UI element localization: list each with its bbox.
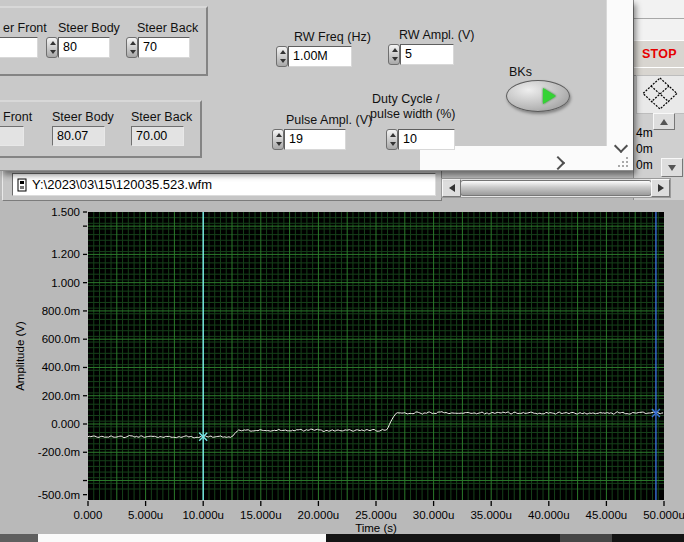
waveform-graph[interactable]: 1.5001.2001.000800.0m600.0m400.0m200.0m0… [0,200,684,534]
svg-text:0.000: 0.000 [74,509,103,521]
svg-text:1.200: 1.200 [51,248,80,260]
bottom-edge-segment [0,534,38,542]
down-arrow-icon [668,165,676,171]
bottom-edge-segment [326,534,684,542]
svg-text:Time (s): Time (s) [355,522,397,534]
resize-grip-icon[interactable] [618,165,620,167]
steer-body-label: Steer Body [58,21,120,36]
front-actual-label: Front [3,110,32,125]
steer-back-label: Steer Back [137,21,198,36]
svg-text:5.000u: 5.000u [128,509,163,521]
svg-text:30.000u: 30.000u [413,509,455,521]
green-led-icon [543,88,556,104]
steer-body-actual-label: Steer Body [52,110,114,125]
steer-body-spinner[interactable] [46,37,58,58]
up-arrow-icon [660,119,668,125]
stop-button-label: STOP [642,47,677,61]
cursor-mover-icon [637,76,683,111]
scroll-right-button[interactable] [651,179,670,197]
svg-text:50.000u: 50.000u [643,509,684,521]
left-arrow-icon [449,184,455,192]
scroll-down-button[interactable] [661,158,683,177]
steer-back-actual-indicator: 70.00 [131,126,184,146]
wfm-path-control: Y:\2023\03\15\120035.523.wfm [2,169,442,201]
partial-axis-label: 4m [636,126,662,140]
rw-ampl-spinner[interactable] [388,44,400,65]
steer-back-field[interactable]: 70 [138,37,190,58]
wfm-path-text: Y:\2023\03\15\120035.523.wfm [32,177,212,192]
bottom-edge-segment [38,534,326,542]
duty-cycle-label-line1: Duty Cycle / [372,92,439,107]
svg-text:600.0m: 600.0m [42,333,80,345]
svg-text:15.000u: 15.000u [240,509,282,521]
rw-freq-spinner[interactable] [276,46,288,67]
steer-back-actual-label: Steer Back [131,110,192,125]
svg-text:0.000: 0.000 [51,418,80,430]
control-panel-overlay: er Front Steer Body 80 Steer Back 70 Fro… [0,0,633,171]
rw-ampl-label: RW Ampl. (V) [399,28,474,43]
svg-text:-200.0m: -200.0m [38,446,80,458]
svg-text:40.000u: 40.000u [528,509,570,521]
wfm-path-field[interactable]: Y:\2023\03\15\120035.523.wfm [12,173,436,196]
divider [634,18,684,19]
svg-text:20.000u: 20.000u [298,509,340,521]
bks-toggle-button[interactable] [506,80,570,112]
bottom-edge-segment [560,534,612,542]
rw-ampl-field[interactable]: 5 [400,44,454,65]
svg-text:1.000: 1.000 [51,277,80,289]
pulse-ampl-label: Pulse Ampl. (V) [286,113,372,128]
svg-text:10.000u: 10.000u [182,509,224,521]
duty-cycle-spinner[interactable] [386,129,398,150]
svg-text:800.0m: 800.0m [42,305,80,317]
partial-axis-label: 0m [636,142,662,156]
path-icon [17,178,28,192]
right-window-edge: STOP 4m 0m 0m [633,0,684,200]
svg-text:1.500: 1.500 [51,206,80,218]
steer-body-actual-indicator: 80.07 [52,126,105,146]
rw-freq-label: RW Freq (Hz) [294,30,371,45]
svg-text:25.000u: 25.000u [355,509,397,521]
svg-text:Amplitude (V): Amplitude (V) [14,321,26,391]
partial-axis-label: 0m [636,158,662,172]
steer-body-field[interactable]: 80 [58,37,110,58]
bks-label: BKs [509,65,532,80]
right-arrow-icon [658,184,664,192]
svg-text:35.000u: 35.000u [470,509,512,521]
steer-front-field[interactable] [0,37,38,58]
graph-palette-button[interactable] [636,75,684,114]
window-corner [634,0,684,40]
steer-front-label: er Front [3,21,47,36]
svg-text:400.0m: 400.0m [42,361,80,373]
front-actual-indicator: 3 [0,126,24,146]
pulse-ampl-spinner[interactable] [272,129,284,150]
svg-text:-500.0m: -500.0m [38,489,80,501]
scrollbar-thumb[interactable] [460,180,652,196]
steer-back-spinner[interactable] [126,37,138,58]
duty-cycle-label-line2: pulse width (%) [370,107,455,122]
svg-text:45.000u: 45.000u [586,509,628,521]
duty-cycle-field[interactable]: 10 [398,129,455,150]
scroll-left-button[interactable] [442,179,461,197]
stop-button[interactable]: STOP [634,40,684,68]
rw-freq-field[interactable]: 1.00M [288,46,352,67]
horizontal-scrollbar[interactable] [441,178,671,198]
pulse-ampl-field[interactable]: 19 [284,129,346,150]
svg-text:200.0m: 200.0m [42,390,80,402]
